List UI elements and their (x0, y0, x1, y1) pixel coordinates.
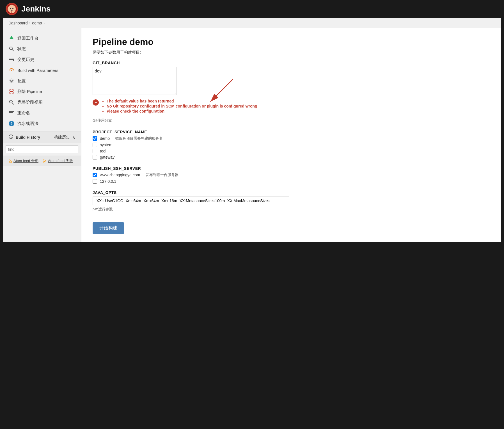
java-opts-label: JAVA_OPTS (93, 190, 490, 195)
svg-rect-22 (9, 112, 13, 113)
java-opts-desc: jvm运行参数 (93, 207, 490, 212)
build-history-label: Build History (16, 135, 40, 140)
publish-ssh-checkboxes: www.zhengqingya.com 发布到哪一台服务器 127.0.0.1 (93, 172, 490, 184)
checkbox-label-demo: demo (100, 136, 110, 141)
main-wrapper: Dashboard › demo › 返回工作台 (3, 18, 501, 242)
build-history-chinese: 构建历史 (54, 135, 70, 140)
checkbox-server1[interactable] (93, 173, 97, 177)
checkbox-row-server1: www.zhengqingya.com 发布到哪一台服务器 (93, 172, 490, 177)
sidebar-item-delete[interactable]: 删除 Pipeline (3, 86, 81, 97)
breadcrumb-demo[interactable]: demo (32, 21, 42, 25)
sidebar-item-build-with-params[interactable]: Build with Parameters (3, 65, 81, 76)
main-content: Pipeline demo 需要如下参数用于构建项目: GIT_BRANCH d… (81, 28, 501, 242)
checkbox-server2[interactable] (93, 179, 97, 184)
sidebar-label-rename: 重命名 (17, 110, 30, 116)
breadcrumb-sep-1: › (29, 21, 31, 25)
svg-marker-13 (13, 60, 14, 61)
content-area: 返回工作台 状态 (3, 28, 501, 242)
publish-ssh-section: PUBLISH_SSH_SERVER www.zhengqingya.com 发… (93, 166, 490, 184)
build-history-icon (8, 134, 13, 140)
subtitle: 需要如下参数用于构建项目: (93, 50, 490, 55)
sidebar-label-change: 变更历史 (17, 57, 34, 62)
atom-feeds: Atom feed 全部 Atom feed 失败 (3, 156, 81, 166)
checkbox-label-tool: tool (100, 149, 106, 153)
build-history-section[interactable]: Build History 构建历史 ∧ (3, 131, 81, 143)
svg-point-6 (12, 8, 13, 9)
checkbox-row-tool: tool (93, 149, 490, 153)
svg-point-29 (9, 161, 10, 163)
arrow-up-icon (8, 35, 15, 41)
svg-line-20 (12, 103, 14, 104)
svg-point-8 (10, 47, 12, 50)
checkbox-label-system: system (100, 143, 112, 147)
sidebar-label-build-params: Build with Parameters (17, 68, 58, 73)
svg-marker-7 (9, 36, 14, 39)
checkbox-system[interactable] (93, 143, 97, 147)
publish-ssh-label: PUBLISH_SSH_SERVER (93, 166, 490, 171)
breadcrumb-dashboard[interactable]: Dashboard (8, 21, 28, 25)
svg-point-16 (11, 80, 12, 82)
atom-fail-label: Atom feed 失败 (48, 158, 73, 163)
git-branch-label: GIT_BRANCH (93, 61, 490, 65)
sidebar-item-config[interactable]: 配置 (3, 76, 81, 86)
jenkins-title: Jenkins (21, 4, 51, 13)
svg-rect-21 (9, 111, 14, 112)
checkbox-row-demo: demo 微服务项目需要构建的服务名 (93, 136, 490, 141)
java-opts-input[interactable] (93, 197, 289, 205)
error-msg-1: The default value has been returned (107, 99, 257, 103)
sidebar: 返回工作台 状态 (3, 28, 81, 242)
error-box: − The default value has been returned No… (93, 99, 490, 114)
svg-rect-11 (9, 59, 14, 60)
rename-icon (8, 110, 15, 116)
svg-line-9 (12, 49, 14, 51)
checkbox-label-gateway: gateway (100, 155, 114, 159)
git-branch-section: GIT_BRANCH dev − The default value has b… (93, 61, 490, 123)
git-branch-input[interactable]: dev (93, 67, 177, 95)
sidebar-label-status: 状态 (17, 46, 26, 52)
chevron-icon: ∧ (72, 135, 75, 140)
breadcrumb: Dashboard › demo › (3, 18, 501, 28)
checkbox-gateway[interactable] (93, 155, 97, 159)
atom-feed-all[interactable]: Atom feed 全部 (8, 158, 38, 163)
error-msg-2: No Git repository configured in SCM conf… (107, 104, 257, 108)
sidebar-item-full-stage[interactable]: 完整阶段视图 (3, 97, 81, 108)
sidebar-item-status[interactable]: 状态 (3, 44, 81, 54)
refresh-icon (8, 67, 15, 73)
gear-icon (8, 78, 15, 84)
publish-ssh-desc: 发布到哪一台服务器 (146, 172, 178, 177)
checkbox-demo[interactable] (93, 136, 97, 141)
sidebar-item-pipeline-syntax[interactable]: ? 流水线语法 (3, 118, 81, 129)
svg-rect-23 (9, 114, 13, 114)
sidebar-label-delete: 删除 Pipeline (17, 89, 42, 94)
sidebar-label-back: 返回工作台 (17, 36, 38, 41)
start-build-button[interactable]: 开始构建 (93, 222, 124, 234)
page-title: Pipeline demo (93, 37, 490, 47)
error-messages: The default value has been returned No G… (102, 99, 257, 114)
atom-feed-fail[interactable]: Atom feed 失败 (43, 158, 73, 163)
svg-point-15 (11, 70, 12, 71)
breadcrumb-sep-2: › (44, 21, 45, 25)
sidebar-label-full-stage: 完整阶段视图 (17, 100, 43, 105)
search-input[interactable] (6, 145, 78, 153)
sidebar-label-config: 配置 (17, 78, 26, 84)
magnifier-icon (8, 46, 15, 52)
edit-icon (8, 56, 15, 63)
topbar: Jenkins (0, 0, 504, 18)
delete-icon (8, 88, 15, 95)
sidebar-item-change-history[interactable]: 变更历史 (3, 54, 81, 65)
git-branch-desc: Git使用分支 (93, 118, 490, 123)
checkbox-row-gateway: gateway (93, 155, 490, 159)
checkbox-row-system: system (93, 143, 490, 147)
checkbox-tool[interactable] (93, 149, 97, 153)
help-icon: ? (8, 120, 15, 127)
project-service-label: PROJECT_SERVICE_NAME (93, 130, 490, 134)
sidebar-item-back-workspace[interactable]: 返回工作台 (3, 33, 81, 44)
project-service-checkboxes: demo 微服务项目需要构建的服务名 system tool gateway (93, 136, 490, 159)
java-opts-section: JAVA_OPTS jvm运行参数 (93, 190, 490, 212)
svg-point-5 (10, 8, 11, 9)
build-history-search (3, 143, 81, 156)
svg-line-28 (11, 137, 12, 138)
project-service-desc: 微服务项目需要构建的服务名 (115, 136, 163, 141)
sidebar-item-rename[interactable]: 重命名 (3, 108, 81, 118)
svg-rect-12 (9, 61, 12, 61)
